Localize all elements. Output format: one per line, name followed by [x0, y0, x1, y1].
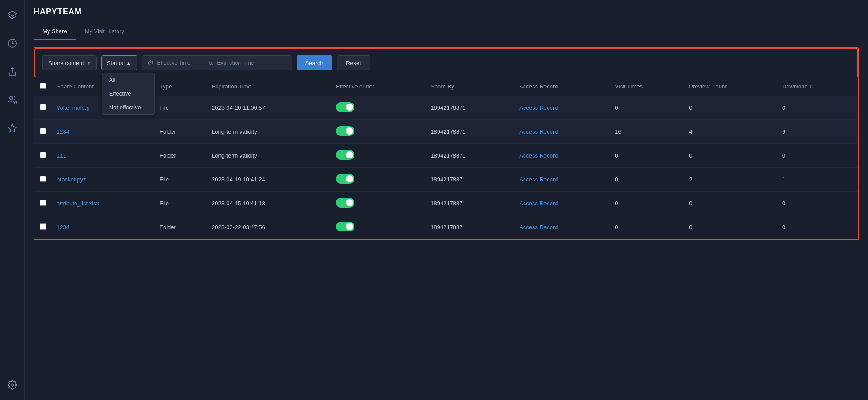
- row-preview-count: 0: [684, 192, 777, 215]
- row-visit-times: 0: [609, 96, 684, 120]
- sidebar: [0, 0, 25, 400]
- table-container: Share content ▼ Status ▲ All Effective N…: [25, 40, 868, 400]
- status-dropdown-menu: All Effective Not effective: [102, 73, 155, 115]
- col-visit-times: Visit Times: [609, 77, 684, 96]
- row-visit-times: 0: [609, 168, 684, 192]
- row-checkbox[interactable]: [40, 152, 46, 158]
- expiration-time-input[interactable]: [217, 60, 266, 66]
- row-share-by: 18942178871: [425, 168, 514, 192]
- row-effective: [331, 215, 425, 239]
- row-checkbox-cell: [34, 144, 51, 168]
- layers-icon[interactable]: [4, 7, 20, 23]
- dropdown-item-all[interactable]: All: [102, 73, 154, 87]
- row-share-by: 18942178871: [425, 96, 514, 120]
- effective-toggle[interactable]: [336, 150, 354, 160]
- col-share-by: Share By: [425, 77, 514, 96]
- settings-icon[interactable]: [4, 377, 20, 393]
- row-share-content: attribute_list.xlsx: [51, 192, 154, 215]
- row-type: File: [154, 168, 206, 192]
- select-all-checkbox[interactable]: [40, 83, 46, 89]
- row-checkbox[interactable]: [40, 104, 46, 110]
- search-button[interactable]: Search: [297, 55, 332, 70]
- clock-icon[interactable]: [4, 35, 20, 51]
- row-visit-times: 0: [609, 215, 684, 239]
- effective-time-input[interactable]: [157, 60, 206, 66]
- row-effective: [331, 96, 425, 120]
- col-download-count: Download C: [777, 77, 858, 96]
- row-expiration-time: Long-term validity: [206, 144, 331, 168]
- access-record-link[interactable]: Access Record: [519, 176, 558, 183]
- effective-toggle[interactable]: [336, 174, 354, 184]
- row-checkbox[interactable]: [40, 176, 46, 182]
- row-share-content: bracket.pyz: [51, 168, 154, 192]
- row-type: File: [154, 96, 206, 120]
- date-range-picker[interactable]: ⏱ to: [142, 55, 292, 70]
- col-access-record: Access Record: [514, 77, 609, 96]
- col-preview-count: Preview Count: [684, 77, 777, 96]
- row-download-count: 0: [777, 144, 858, 168]
- main-content: HAPYTEAM My Share My Visit History Share…: [25, 0, 868, 400]
- to-label: to: [209, 60, 214, 66]
- row-share-content: 1234: [51, 215, 154, 239]
- share-content-link[interactable]: 1234: [57, 128, 69, 135]
- star-icon[interactable]: [4, 120, 20, 136]
- row-access-record: Access Record: [514, 168, 609, 192]
- row-visit-times: 16: [609, 120, 684, 144]
- share-content-link[interactable]: bracket.pyz: [57, 176, 86, 183]
- share-content-dropdown[interactable]: Share content ▼: [42, 55, 97, 70]
- users-icon[interactable]: [4, 92, 20, 108]
- row-checkbox[interactable]: [40, 128, 46, 134]
- share-content-link[interactable]: 1234: [57, 224, 69, 231]
- svg-point-5: [11, 384, 14, 386]
- row-checkbox-cell: [34, 215, 51, 239]
- row-checkbox[interactable]: [40, 223, 46, 230]
- table-row: bracket.pyz File 2023-04-19 10:41:24 189…: [34, 168, 858, 192]
- row-share-content: 111: [51, 144, 154, 168]
- svg-point-3: [9, 96, 12, 100]
- row-expiration-time: 2023-04-20 11:00:57: [206, 96, 331, 120]
- row-access-record: Access Record: [514, 96, 609, 120]
- row-expiration-time: Long-term validity: [206, 120, 331, 144]
- reset-button[interactable]: Reset: [337, 55, 370, 70]
- table-body: Yoke_male.p File 2023-04-20 11:00:57 189…: [34, 96, 858, 239]
- svg-marker-4: [8, 124, 16, 132]
- tab-my-share[interactable]: My Share: [34, 23, 76, 40]
- share-content-link[interactable]: Yoke_male.p: [57, 104, 90, 111]
- dropdown-item-effective[interactable]: Effective: [102, 87, 154, 100]
- row-effective: [331, 120, 425, 144]
- effective-toggle[interactable]: [336, 102, 354, 112]
- row-type: Folder: [154, 144, 206, 168]
- dropdown-item-not-effective[interactable]: Not effective: [102, 100, 154, 114]
- effective-toggle[interactable]: [336, 198, 354, 208]
- row-access-record: Access Record: [514, 215, 609, 239]
- access-record-link[interactable]: Access Record: [519, 224, 558, 231]
- row-effective: [331, 168, 425, 192]
- access-record-link[interactable]: Access Record: [519, 152, 558, 159]
- share-content-link[interactable]: attribute_list.xlsx: [57, 200, 99, 207]
- row-download-count: 0: [777, 215, 858, 239]
- status-label: Status: [107, 60, 123, 66]
- access-record-link[interactable]: Access Record: [519, 128, 558, 135]
- effective-toggle[interactable]: [336, 222, 354, 231]
- access-record-link[interactable]: Access Record: [519, 200, 558, 207]
- table-row: Yoke_male.p File 2023-04-20 11:00:57 189…: [34, 96, 858, 120]
- tab-my-visit-history[interactable]: My Visit History: [76, 23, 133, 40]
- highlighted-section: Share content ▼ Status ▲ All Effective N…: [34, 47, 859, 240]
- row-checkbox[interactable]: [40, 200, 46, 206]
- row-expiration-time: 2023-03-22 03:47:56: [206, 215, 331, 239]
- share-icon[interactable]: [4, 64, 20, 80]
- row-type: File: [154, 192, 206, 215]
- row-preview-count: 0: [684, 144, 777, 168]
- row-checkbox-cell: [34, 96, 51, 120]
- status-dropdown[interactable]: Status ▲ All Effective Not effective: [101, 55, 137, 70]
- row-download-count: 0: [777, 96, 858, 120]
- row-preview-count: 0: [684, 215, 777, 239]
- app-title: HAPYTEAM: [25, 0, 868, 23]
- access-record-link[interactable]: Access Record: [519, 104, 558, 111]
- effective-toggle[interactable]: [336, 126, 354, 136]
- row-checkbox-cell: [34, 120, 51, 144]
- table-row: 1234 Folder 2023-03-22 03:47:56 18942178…: [34, 215, 858, 239]
- share-content-link[interactable]: 111: [57, 152, 66, 159]
- col-type: Type: [154, 77, 206, 96]
- row-share-by: 18942178871: [425, 192, 514, 215]
